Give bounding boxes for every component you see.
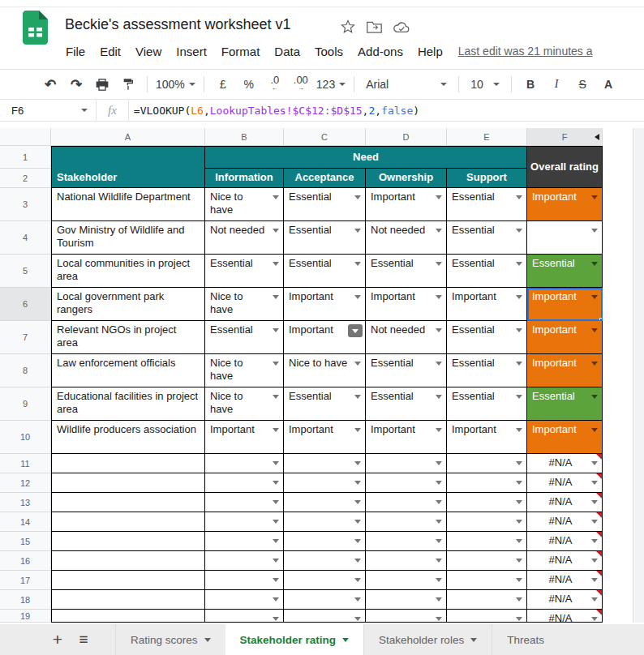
cell-A14[interactable] bbox=[51, 512, 205, 532]
cell-D16[interactable] bbox=[366, 551, 447, 571]
cell-D3[interactable]: Important bbox=[366, 188, 447, 221]
cell-E14[interactable] bbox=[447, 512, 527, 532]
row-header-18[interactable]: 18 bbox=[0, 590, 51, 610]
column-header-C[interactable]: C bbox=[284, 128, 366, 146]
cell-dropdown-icon[interactable] bbox=[436, 559, 442, 563]
cell-dropdown-icon[interactable] bbox=[516, 229, 522, 233]
cell-B8[interactable]: Nice to have bbox=[205, 354, 284, 387]
cell-D7[interactable]: Not needed bbox=[366, 321, 447, 354]
row-header-9[interactable]: 9 bbox=[0, 387, 51, 421]
cell-dropdown-icon[interactable] bbox=[516, 262, 522, 266]
cell-E11[interactable] bbox=[447, 454, 527, 473]
cell-dropdown-icon[interactable] bbox=[354, 395, 361, 399]
cell-dropdown-icon[interactable] bbox=[591, 229, 598, 233]
cell-dropdown-icon[interactable] bbox=[516, 461, 522, 465]
cell-dropdown-icon[interactable] bbox=[354, 559, 361, 563]
row-header-6[interactable]: 6 bbox=[0, 288, 51, 321]
cell-dropdown-icon[interactable] bbox=[273, 481, 279, 485]
cell-dropdown-icon[interactable] bbox=[273, 500, 279, 504]
row-header-14[interactable]: 14 bbox=[0, 512, 51, 532]
cell-D18[interactable] bbox=[366, 590, 447, 610]
cell-dropdown-icon[interactable] bbox=[273, 395, 279, 399]
cell-dropdown-icon[interactable] bbox=[354, 539, 361, 543]
cell-B4[interactable]: Not needed bbox=[205, 221, 284, 255]
cell-A10[interactable]: Wildlife producers association bbox=[51, 421, 205, 454]
cell-C7[interactable]: Important bbox=[284, 321, 366, 354]
cell-B11[interactable] bbox=[205, 454, 284, 473]
cell-dropdown-icon[interactable] bbox=[354, 295, 361, 299]
row-header-11[interactable]: 11 bbox=[0, 454, 51, 473]
cell-B14[interactable] bbox=[205, 512, 284, 532]
tab-dropdown-icon[interactable] bbox=[470, 638, 477, 642]
cell-dropdown-icon[interactable] bbox=[436, 295, 442, 299]
cell-D6[interactable]: Important bbox=[366, 288, 447, 321]
cell-F3[interactable]: Important bbox=[527, 188, 603, 221]
cell-E3[interactable]: Essential bbox=[447, 188, 527, 221]
cell-F17[interactable]: #N/A bbox=[527, 571, 603, 590]
cell-dropdown-icon[interactable] bbox=[273, 328, 279, 332]
tab-rating-scores[interactable]: Rating scores bbox=[115, 624, 225, 655]
font-size-select[interactable]: 10 bbox=[467, 74, 503, 95]
cell-dropdown-icon[interactable] bbox=[516, 559, 522, 563]
cell-D9[interactable]: Essential bbox=[366, 387, 447, 421]
cell-dropdown-icon[interactable] bbox=[591, 262, 598, 266]
cell-E7[interactable]: Essential bbox=[447, 321, 527, 354]
cell-dropdown-icon[interactable] bbox=[591, 395, 598, 399]
undo-button[interactable]: ↶ bbox=[40, 74, 61, 95]
tab-dropdown-icon[interactable] bbox=[204, 638, 211, 642]
cell-dropdown-icon[interactable] bbox=[273, 597, 279, 601]
cell-B10[interactable]: Important bbox=[205, 421, 284, 454]
row-header-12[interactable]: 12 bbox=[0, 473, 51, 493]
cell-D11[interactable] bbox=[366, 454, 447, 473]
cell-dropdown-icon[interactable] bbox=[591, 539, 598, 543]
row-header-16[interactable]: 16 bbox=[0, 551, 51, 571]
redo-button[interactable]: ↷ bbox=[66, 74, 87, 95]
cell-dropdown-icon[interactable] bbox=[354, 597, 361, 601]
tab-stakeholder-roles[interactable]: Stakeholder roles bbox=[363, 624, 492, 655]
print-button[interactable] bbox=[92, 74, 113, 95]
cell-B7[interactable]: Essential bbox=[205, 321, 284, 354]
all-sheets-menu-icon[interactable]: ≡ bbox=[70, 624, 97, 655]
cell-dropdown-icon[interactable] bbox=[516, 295, 522, 299]
cell-B3[interactable]: Nice to have bbox=[205, 188, 284, 221]
row-header-13[interactable]: 13 bbox=[0, 493, 51, 512]
cell-dropdown-icon[interactable] bbox=[516, 578, 522, 582]
cell-A12[interactable] bbox=[51, 473, 205, 493]
name-box[interactable]: F6 bbox=[0, 100, 96, 121]
document-title[interactable]: Beckie's assessment worksheet v1 bbox=[65, 16, 291, 33]
cell-E10[interactable]: Important bbox=[447, 421, 527, 454]
cell-dropdown-icon[interactable] bbox=[436, 195, 442, 199]
cell-E4[interactable]: Essential bbox=[447, 221, 527, 255]
cell-C9[interactable]: Essential bbox=[284, 387, 366, 421]
cell-B5[interactable]: Essential bbox=[205, 255, 284, 288]
tab-threats[interactable]: Threats bbox=[492, 624, 559, 655]
menu-data[interactable]: Data bbox=[267, 45, 307, 58]
cell-dropdown-icon[interactable] bbox=[436, 362, 442, 366]
fill-handle[interactable] bbox=[599, 318, 603, 321]
add-sheet-button[interactable]: + bbox=[45, 624, 70, 655]
cell-dropdown-icon[interactable] bbox=[591, 617, 598, 621]
cell-C4[interactable]: Essential bbox=[284, 221, 366, 255]
cell-B16[interactable] bbox=[205, 551, 284, 571]
cell-F7[interactable]: Important bbox=[527, 321, 603, 354]
cell-E6[interactable]: Important bbox=[447, 288, 527, 321]
cell-C16[interactable] bbox=[284, 551, 366, 571]
cell-dropdown-icon[interactable] bbox=[436, 428, 442, 432]
cell-dropdown-icon[interactable] bbox=[273, 461, 279, 465]
decrease-decimal-button[interactable]: .0← bbox=[264, 74, 286, 95]
move-to-folder-icon[interactable] bbox=[367, 20, 382, 33]
cell-E13[interactable] bbox=[447, 493, 527, 512]
bold-button[interactable]: B bbox=[520, 74, 541, 95]
cell-dropdown-icon[interactable] bbox=[591, 520, 598, 524]
cell-dropdown-icon[interactable] bbox=[354, 617, 361, 621]
cell-E12[interactable] bbox=[447, 473, 527, 493]
cell-C3[interactable]: Essential bbox=[284, 188, 366, 221]
cell-A3[interactable]: National Wildlife Department bbox=[51, 188, 205, 221]
cell-B15[interactable] bbox=[205, 532, 284, 551]
italic-button[interactable]: I bbox=[546, 74, 567, 95]
cell-dropdown-icon[interactable] bbox=[516, 500, 522, 504]
cell-dropdown-icon[interactable] bbox=[354, 229, 361, 233]
cell-C15[interactable] bbox=[284, 532, 366, 551]
cell-dropdown-icon[interactable] bbox=[591, 481, 598, 485]
row-header-1[interactable]: 1 bbox=[0, 146, 51, 169]
